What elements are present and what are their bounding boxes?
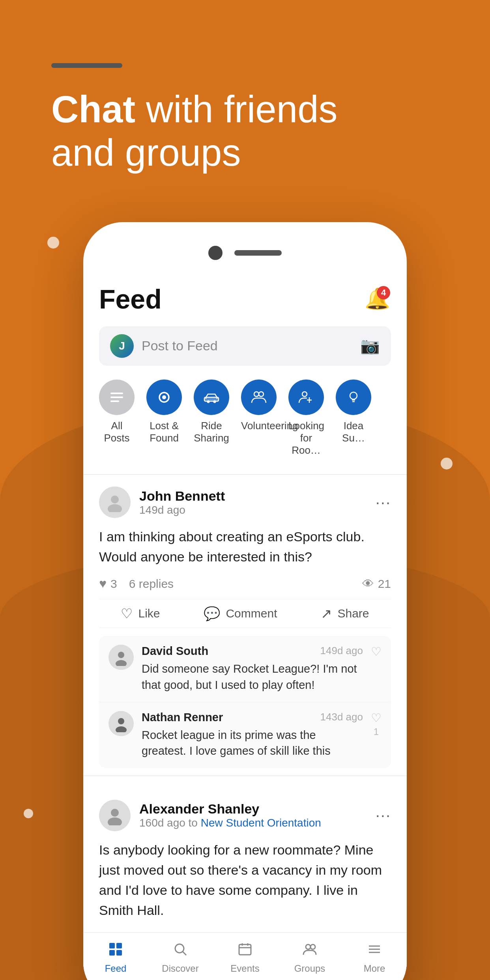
headline-bold: Chat: [51, 88, 135, 130]
nav-groups[interactable]: Groups: [277, 942, 342, 974]
svg-point-33: [310, 944, 315, 949]
categories-row: All Posts Lost & Found Ride Sharing: [99, 380, 391, 461]
post-2-group-tag[interactable]: New Student Orientation: [201, 817, 321, 829]
comment-1-time: 149d ago: [320, 645, 363, 658]
svg-point-7: [213, 400, 216, 403]
post-avatar: J: [110, 334, 134, 358]
nav-feed[interactable]: Feed: [83, 942, 148, 974]
post-2-username: Alexander Shanley: [139, 801, 321, 817]
post-1-user-info: John Bennett 149d ago: [139, 488, 225, 516]
comment-1-heart-icon: ♡: [371, 645, 382, 658]
phone-speaker: [234, 250, 282, 256]
feed-header: Feed 🔔 4: [99, 284, 391, 314]
svg-point-8: [254, 392, 259, 396]
svg-point-17: [116, 660, 127, 666]
svg-point-4: [162, 395, 166, 399]
svg-rect-28: [239, 944, 251, 955]
share-button[interactable]: ↗ Share: [321, 606, 369, 621]
category-all-posts[interactable]: All Posts: [99, 380, 135, 457]
svg-point-6: [207, 400, 210, 403]
share-icon: ↗: [321, 606, 332, 621]
like-button[interactable]: ♡ Like: [121, 606, 160, 621]
svg-line-27: [183, 952, 186, 955]
header-area: Chat with friendsand groups: [0, 0, 490, 175]
category-ride-sharing[interactable]: Ride Sharing: [194, 380, 229, 457]
all-posts-label: All Posts: [99, 420, 135, 444]
post-1-username: John Bennett: [139, 488, 225, 504]
divider-2: [83, 776, 407, 776]
comment-2-like-button[interactable]: ♡ 1: [371, 711, 382, 737]
post-1-likes-count: 3: [110, 577, 117, 591]
post-1-action-bar: ♡ Like 💬 Comment ↗ Share: [99, 599, 391, 628]
notification-button[interactable]: 🔔 4: [363, 285, 391, 313]
post-card-1: John Bennett 149d ago ··· I am thinking …: [99, 486, 391, 767]
post-1-text: I am thinking about creating an eSports …: [99, 527, 391, 567]
comment-2-user: Nathan Renner: [142, 711, 223, 724]
like-icon: ♡: [121, 606, 133, 621]
post-2-user-info: Alexander Shanley 160d ago to New Studen…: [139, 801, 321, 829]
svg-point-18: [118, 718, 124, 724]
like-label: Like: [138, 607, 160, 620]
john-bennett-avatar: [99, 486, 131, 518]
feed-nav-icon: [108, 942, 123, 960]
nathan-renner-avatar: [108, 711, 134, 736]
divider-1: [83, 474, 407, 475]
post-placeholder: Post to Feed: [142, 338, 360, 353]
share-label: Share: [337, 607, 369, 620]
comment-icon: 💬: [204, 606, 220, 621]
phone-notch: [83, 246, 407, 260]
post-1-replies-text: 6 replies: [129, 577, 174, 591]
post-1-views-count: 21: [378, 577, 391, 591]
svg-rect-5: [204, 397, 219, 401]
camera-icon[interactable]: 📷: [360, 337, 380, 355]
post-2-time: 160d ago to New Student Orientation: [139, 817, 321, 829]
svg-point-21: [108, 817, 122, 825]
comment-1: David South 149d ago Did someone say Roc…: [99, 636, 391, 702]
comment-2-like-count: 1: [374, 726, 379, 737]
post-2-text: Is anybody looking for a new roommate? M…: [99, 840, 391, 920]
roommate-label: Looking for Roo…: [288, 420, 324, 457]
post-1-likes: ♥ 3: [99, 576, 117, 591]
svg-point-16: [118, 652, 124, 658]
comment-2: Nathan Renner 143d ago Rocket league in …: [99, 702, 391, 768]
category-roommate[interactable]: Looking for Roo…: [288, 380, 324, 457]
status-bar: [51, 63, 122, 68]
phone-camera: [208, 246, 223, 260]
app-content: Feed 🔔 4 J Post to Feed 📷 All Posts: [83, 272, 407, 920]
comments-section: David South 149d ago Did someone say Roc…: [99, 636, 391, 767]
nav-events[interactable]: Events: [213, 942, 277, 974]
comment-1-header: David South 149d ago: [142, 645, 363, 658]
nav-discover[interactable]: Discover: [148, 942, 213, 974]
post-1-stats: ♥ 3 6 replies 👁 21: [99, 576, 391, 591]
post-card-2: Alexander Shanley 160d ago to New Studen…: [99, 788, 391, 920]
category-volunteering[interactable]: Volunteering: [241, 380, 277, 457]
post-2-user: Alexander Shanley 160d ago to New Studen…: [99, 800, 321, 831]
nav-more[interactable]: More: [342, 942, 407, 974]
comment-button[interactable]: 💬 Comment: [204, 606, 277, 621]
volunteering-icon: [241, 380, 277, 415]
post-1-views: 👁 21: [362, 577, 391, 591]
post-1-stats-left: ♥ 3 6 replies: [99, 576, 174, 591]
svg-point-19: [116, 726, 127, 732]
comment-2-header: Nathan Renner 143d ago: [142, 711, 363, 724]
groups-nav-icon: [303, 942, 317, 960]
svg-point-10: [302, 392, 307, 396]
category-lost-found[interactable]: Lost & Found: [146, 380, 182, 457]
svg-rect-22: [109, 943, 115, 948]
comment-2-text: Rocket league in its prime was the great…: [142, 727, 363, 759]
post-2-more-button[interactable]: ···: [376, 806, 391, 824]
post-1-user: John Bennett 149d ago: [99, 486, 225, 518]
svg-point-13: [350, 392, 357, 399]
svg-point-20: [111, 809, 119, 817]
lost-found-icon: [146, 380, 182, 415]
post-to-feed-bar[interactable]: J Post to Feed 📷: [99, 326, 391, 366]
bottom-nav: Feed Discover Events Groups: [83, 932, 407, 980]
svg-point-9: [259, 392, 264, 396]
post-1-more-button[interactable]: ···: [376, 494, 391, 511]
comment-1-like-button[interactable]: ♡: [371, 645, 382, 658]
comment-label: Comment: [226, 607, 277, 620]
discover-nav-label: Discover: [162, 963, 198, 974]
lost-found-label: Lost & Found: [146, 420, 182, 444]
category-idea[interactable]: Idea Su…: [336, 380, 371, 457]
phone-wrapper: Feed 🔔 4 J Post to Feed 📷 All Posts: [0, 222, 490, 980]
